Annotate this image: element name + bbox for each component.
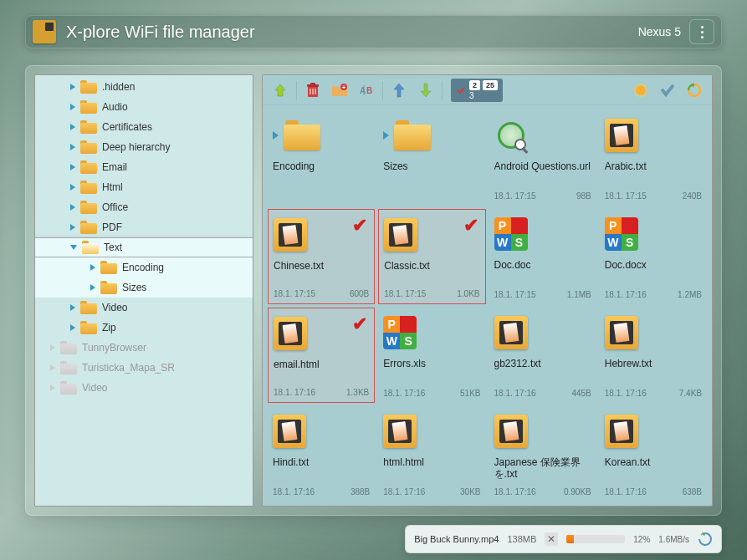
- expand-icon[interactable]: [70, 84, 75, 90]
- file-name: Chinese.txt: [274, 260, 369, 285]
- tree-item[interactable]: Deep hierarchy: [35, 137, 253, 157]
- file-item[interactable]: Encoding: [268, 110, 375, 206]
- expand-icon[interactable]: [383, 131, 389, 140]
- svg-text:A: A: [360, 86, 366, 95]
- file-name: Classic.txt: [384, 260, 479, 285]
- file-item[interactable]: html.html18.1. 17:1630KB: [378, 406, 485, 501]
- status-bar: Big Buck Bunny.mp4 138MB ✕ 12% 1.6MB/s: [405, 525, 722, 553]
- tree-item[interactable]: Email: [35, 157, 253, 177]
- file-item[interactable]: Korean.txt18.1. 17:16638B: [600, 406, 707, 501]
- select-all-button[interactable]: [657, 79, 678, 101]
- sel-checked: 3: [469, 91, 498, 100]
- file-date: 18.1. 17:16: [274, 388, 315, 397]
- new-folder-button[interactable]: +: [329, 79, 350, 101]
- file-item[interactable]: gb2312.txt18.1. 17:16445B: [489, 308, 596, 403]
- expand-icon[interactable]: [70, 324, 75, 331]
- expand-icon[interactable]: [50, 384, 55, 391]
- file-size: 240B: [683, 191, 702, 201]
- tree-item[interactable]: PDF: [35, 217, 253, 237]
- folder-icon: [60, 361, 77, 374]
- delete-button[interactable]: [302, 79, 324, 101]
- tree-item[interactable]: Office: [35, 197, 253, 217]
- file-size: 30KB: [460, 487, 480, 496]
- expand-icon[interactable]: [70, 104, 75, 110]
- expand-icon[interactable]: [50, 344, 55, 351]
- document-icon: [273, 415, 306, 448]
- file-date: 18.1. 17:15: [605, 191, 647, 201]
- expand-icon[interactable]: [90, 284, 95, 291]
- tree-item[interactable]: Turisticka_Mapa_SR: [35, 358, 253, 378]
- folder-tree[interactable]: .hiddenAudioCertificatesDeep hierarchyEm…: [34, 74, 253, 507]
- file-item[interactable]: Hindi.txt18.1. 17:16388B: [268, 406, 375, 501]
- rename-button[interactable]: AB: [356, 79, 377, 101]
- tree-item[interactable]: Html: [35, 177, 253, 197]
- expand-icon[interactable]: [70, 144, 75, 150]
- expand-icon[interactable]: [90, 264, 95, 271]
- file-date: 18.1. 17:16: [605, 487, 647, 496]
- file-size: 600B: [350, 289, 369, 298]
- transfer-close-button[interactable]: ✕: [545, 532, 558, 546]
- expand-icon[interactable]: [70, 184, 75, 191]
- check-icon: [456, 85, 466, 95]
- main-panel: .hiddenAudioCertificatesDeep hierarchyEm…: [25, 65, 722, 516]
- file-item[interactable]: Hebrew.txt18.1. 17:167.4KB: [600, 308, 707, 403]
- file-date: 18.1. 17:15: [494, 191, 536, 201]
- up-button[interactable]: [269, 79, 291, 101]
- file-item[interactable]: Sizes: [378, 110, 485, 206]
- folder-icon: [80, 140, 97, 154]
- tree-item[interactable]: .hidden: [35, 77, 253, 97]
- upload-button[interactable]: [388, 79, 410, 101]
- menu-button[interactable]: [689, 19, 714, 44]
- file-meta: 18.1. 17:15240B: [605, 191, 702, 201]
- tree-label: Deep hierarchy: [102, 141, 170, 153]
- refresh-button[interactable]: [683, 79, 705, 101]
- document-icon: [605, 415, 638, 448]
- file-item[interactable]: PWSDoc.docx18.1. 17:161.2MB: [600, 209, 707, 304]
- file-item[interactable]: PWSDoc.doc18.1. 17:151.1MB: [489, 209, 596, 304]
- file-grid[interactable]: EncodingSizesAndroid Questions.url18.1. …: [263, 105, 712, 506]
- document-icon: [274, 218, 307, 252]
- folder-icon: [80, 120, 97, 134]
- file-size: 638B: [683, 487, 702, 496]
- file-size: 0.90KB: [564, 487, 591, 496]
- tree-item[interactable]: Video: [35, 298, 253, 318]
- expand-icon[interactable]: [273, 131, 279, 140]
- tree-item[interactable]: Zip: [35, 318, 253, 338]
- expand-icon[interactable]: [70, 124, 75, 130]
- tree-item[interactable]: Audio: [35, 97, 253, 117]
- download-button[interactable]: [415, 79, 437, 101]
- brightness-button[interactable]: [630, 79, 652, 101]
- file-item[interactable]: ✔Chinese.txt18.1. 17:15600B: [268, 209, 375, 304]
- app-icon: [33, 20, 56, 43]
- file-meta: 18.1. 17:151.1MB: [494, 290, 591, 299]
- file-item[interactable]: Android Questions.url18.1. 17:1598B: [489, 110, 596, 206]
- folder-icon: [100, 281, 117, 294]
- transfer-refresh-icon[interactable]: [698, 532, 713, 547]
- expand-icon[interactable]: [70, 204, 75, 211]
- tree-item[interactable]: Text: [35, 237, 253, 257]
- file-item[interactable]: ✔Classic.txt18.1. 17:151.0KB: [378, 209, 485, 304]
- folder-icon: [80, 160, 97, 174]
- file-item[interactable]: PWSErrors.xls18.1. 17:1651KB: [378, 308, 485, 403]
- file-date: 18.1. 17:16: [605, 290, 647, 299]
- tree-label: Sizes: [122, 282, 146, 293]
- folder-icon: [284, 120, 320, 150]
- file-item[interactable]: ✔email.html18.1. 17:161.3KB: [268, 308, 375, 403]
- tree-item[interactable]: Sizes: [35, 277, 253, 298]
- tree-item[interactable]: Video: [35, 378, 253, 398]
- folder-icon: [394, 120, 431, 150]
- tree-item[interactable]: Encoding: [35, 257, 253, 277]
- file-name: Sizes: [383, 160, 480, 186]
- expand-icon[interactable]: [50, 364, 55, 371]
- expand-icon[interactable]: [70, 245, 77, 250]
- tree-item[interactable]: TunnyBrowser: [35, 338, 253, 358]
- expand-icon[interactable]: [70, 224, 75, 231]
- expand-icon[interactable]: [70, 304, 75, 311]
- file-name: Android Questions.url: [494, 160, 591, 186]
- tree-item[interactable]: Certificates: [35, 117, 253, 137]
- file-name: Hebrew.txt: [605, 358, 702, 383]
- file-meta: 18.1. 17:16388B: [273, 487, 370, 496]
- expand-icon[interactable]: [70, 164, 75, 171]
- file-item[interactable]: Japanese 保険業界を.txt18.1. 17:160.90KB: [489, 406, 596, 501]
- file-item[interactable]: Arabic.txt18.1. 17:15240B: [600, 110, 707, 206]
